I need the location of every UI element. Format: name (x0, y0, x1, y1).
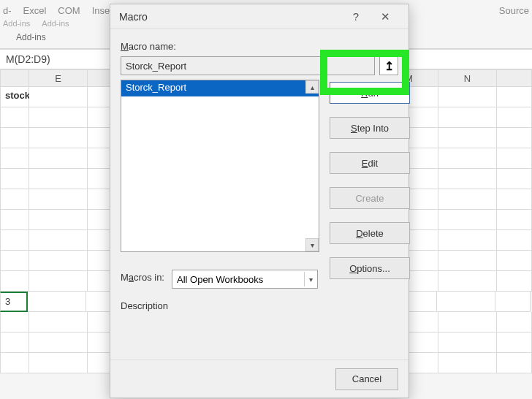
cell[interactable] (29, 353, 88, 373)
cell[interactable] (438, 312, 497, 332)
cell[interactable] (29, 107, 88, 128)
macro-list[interactable]: Storck_Report ▴ ▾ (121, 80, 319, 252)
help-button[interactable]: ? (341, 6, 370, 28)
cell[interactable] (497, 107, 532, 128)
cell[interactable] (497, 169, 532, 189)
cell[interactable] (438, 169, 497, 189)
cell[interactable] (438, 189, 497, 210)
cell[interactable] (438, 107, 497, 128)
cell[interactable] (438, 251, 497, 271)
cell[interactable] (0, 169, 29, 189)
cell[interactable] (29, 271, 88, 292)
cell[interactable] (0, 107, 29, 128)
cell[interactable] (497, 251, 532, 271)
cell[interactable] (438, 353, 497, 373)
macros-in-label: Macros in: (121, 272, 164, 283)
cell[interactable] (0, 230, 29, 251)
cell[interactable] (0, 148, 29, 169)
run-button[interactable]: Run (330, 82, 410, 104)
create-button: Create (330, 187, 410, 209)
close-button[interactable]: ✕ (370, 6, 400, 28)
cell[interactable] (29, 169, 88, 189)
cell[interactable] (0, 210, 29, 230)
cell[interactable] (29, 210, 88, 230)
cell[interactable] (438, 271, 497, 292)
dialog-body: Macro name: ↥ Storck_Report ▴ ▾ Run Step… (110, 29, 408, 360)
cell[interactable] (0, 353, 29, 373)
col-header[interactable] (0, 69, 29, 87)
cell[interactable] (497, 230, 532, 251)
cell[interactable] (0, 312, 29, 332)
macro-name-stepper[interactable]: ↥ (379, 56, 398, 75)
cell[interactable] (29, 87, 88, 107)
chevron-down-icon: ▾ (304, 272, 313, 286)
col-header[interactable]: N (438, 69, 497, 87)
cell[interactable] (497, 353, 532, 373)
macro-list-item[interactable]: Storck_Report (121, 80, 319, 96)
macro-name-input[interactable] (121, 56, 375, 75)
col-header[interactable] (497, 69, 532, 87)
cell[interactable] (497, 87, 532, 107)
ribbon-item[interactable]: COM (58, 5, 80, 16)
cell[interactable] (438, 128, 497, 148)
cell[interactable] (438, 230, 497, 251)
macro-name-label: Macro name: (121, 41, 176, 52)
step-into-button[interactable]: Step Into (330, 117, 410, 139)
cell[interactable] (29, 251, 88, 271)
macros-in-value: All Open Workbooks (177, 274, 263, 285)
cell[interactable] (29, 189, 88, 210)
dialog-titlebar[interactable]: Macro ? ✕ (110, 4, 408, 29)
cell[interactable] (0, 271, 29, 292)
cell[interactable] (438, 332, 497, 353)
cancel-button[interactable]: Cancel (335, 368, 398, 390)
ribbon-item[interactable]: Excel (23, 5, 47, 16)
cell[interactable] (437, 292, 495, 312)
cell[interactable] (497, 332, 532, 353)
cell[interactable] (497, 148, 532, 169)
cell[interactable] (497, 312, 532, 332)
cell[interactable] (29, 332, 88, 353)
cell[interactable] (497, 128, 532, 148)
cell[interactable] (29, 128, 88, 148)
dialog-footer: Cancel (110, 360, 408, 398)
cell[interactable] (28, 292, 86, 312)
description-label: Description (121, 300, 398, 311)
cell[interactable] (29, 230, 88, 251)
scroll-up-icon[interactable]: ▴ (305, 80, 319, 94)
cell[interactable] (438, 210, 497, 230)
macros-in-select[interactable]: All Open Workbooks ▾ (172, 270, 318, 289)
cell[interactable] (0, 251, 29, 271)
cell[interactable] (497, 271, 532, 292)
ribbon-item[interactable]: d- (3, 5, 12, 16)
formula-text: M(D2:D9) (6, 53, 50, 65)
ribbon-item[interactable]: Source (499, 5, 529, 16)
cell[interactable]: stock (0, 87, 29, 107)
dialog-title: Macro (119, 11, 341, 23)
cell[interactable] (0, 189, 29, 210)
dialog-side-buttons: Run Step Into Edit Create Delete Options… (330, 82, 410, 279)
macro-dialog: Macro ? ✕ Macro name: ↥ Storck_Report ▴ … (110, 4, 409, 398)
cell[interactable] (29, 148, 88, 169)
scroll-down-icon[interactable]: ▾ (305, 238, 319, 251)
cell[interactable] (438, 148, 497, 169)
cell[interactable] (0, 332, 29, 353)
cell[interactable] (497, 189, 532, 210)
cell[interactable] (29, 312, 88, 332)
options-button[interactable]: Options... (330, 257, 410, 279)
cell[interactable] (497, 210, 532, 230)
cell[interactable] (0, 128, 29, 148)
col-header[interactable]: E (29, 69, 88, 87)
cell[interactable] (495, 292, 531, 312)
cell[interactable]: 3 (0, 292, 28, 312)
cell[interactable] (438, 87, 497, 107)
delete-button[interactable]: Delete (330, 222, 410, 244)
edit-button[interactable]: Edit (330, 152, 410, 174)
